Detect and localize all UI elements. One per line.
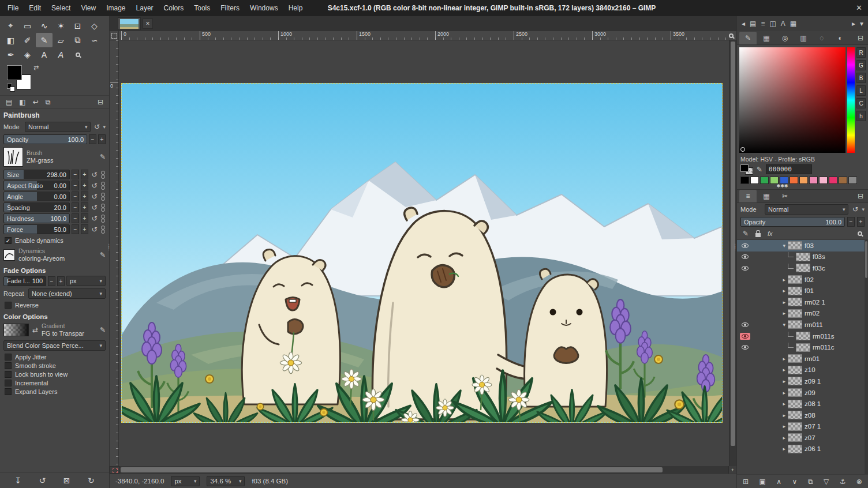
pointer-tab[interactable]: ◌ xyxy=(813,32,830,44)
lock-pixels-icon[interactable]: ✎ xyxy=(743,230,749,238)
palette-swatch[interactable] xyxy=(819,177,828,184)
palette-swatch[interactable] xyxy=(750,177,759,184)
edit-gradient-icon[interactable]: ✎ xyxy=(100,326,106,334)
default-colors-icon[interactable] xyxy=(7,84,15,91)
decrease-button[interactable]: − xyxy=(72,192,79,201)
dock-scroll-left-icon[interactable]: ◂ xyxy=(742,20,745,28)
decrease-button[interactable]: − xyxy=(72,224,79,234)
visibility-toggle[interactable] xyxy=(740,333,750,340)
bucket-fill-tool-icon[interactable]: ◧ xyxy=(2,33,19,47)
paint-dynamics-icon[interactable]: ◧ xyxy=(19,98,25,106)
reset-icon[interactable]: ↺ xyxy=(90,226,99,234)
gradient-reverse-icon[interactable]: ⇄ xyxy=(32,326,38,334)
expander-closed-icon[interactable]: ▸ xyxy=(783,390,787,396)
image-tab-close-button[interactable]: ✕ xyxy=(143,18,153,29)
device-status-tab[interactable]: ▦ xyxy=(758,32,775,44)
delete-tool-preset-button[interactable]: ⊠ xyxy=(63,476,70,485)
fade-unit-dropdown[interactable]: px ▾ xyxy=(66,276,106,286)
expander-closed-icon[interactable]: ▸ xyxy=(783,446,787,452)
layer-row[interactable]: ▸rm02 xyxy=(737,308,868,320)
warp-transform-tool-icon[interactable]: ◈ xyxy=(19,47,36,62)
layer-opacity-decrease-button[interactable]: − xyxy=(847,217,855,227)
alignment-tool-icon[interactable]: ⌖ xyxy=(2,18,19,33)
rectangle-select-tool-icon[interactable]: ▭ xyxy=(19,18,36,33)
palette-swatch[interactable] xyxy=(760,177,769,184)
tool-options-tab-icon[interactable]: ▤ xyxy=(6,98,12,106)
zoom-tool-icon[interactable] xyxy=(69,47,86,62)
reset-icon[interactable]: ↺ xyxy=(90,171,99,179)
channel-button-l[interactable]: L xyxy=(856,85,866,96)
mode-switch-icon[interactable]: ▾ xyxy=(103,124,106,130)
delete-layer-button[interactable]: ⊗ xyxy=(856,478,862,486)
layer-visibility-cell[interactable] xyxy=(738,242,752,249)
blend-color-space-dropdown[interactable]: Blend Color Space Perce... ▾ xyxy=(3,340,106,351)
configure-tab-icon[interactable]: ⊟ xyxy=(855,32,866,44)
layer-row[interactable]: ▸z07 xyxy=(737,432,868,444)
anchor-layer-button[interactable]: ⚓ xyxy=(840,478,846,486)
decrease-button[interactable]: − xyxy=(72,202,79,212)
fade-decrease-button[interactable]: − xyxy=(48,276,55,286)
opacity-decrease-button[interactable]: − xyxy=(89,134,96,144)
fonts-tab-icon[interactable]: A xyxy=(781,20,785,28)
expander-open-icon[interactable]: ▾ xyxy=(783,322,787,328)
raise-layer-button[interactable]: ∧ xyxy=(776,478,781,486)
menu-colors[interactable]: Colors xyxy=(159,0,189,16)
panel-resize-grip[interactable]: ⋮⋮ xyxy=(106,245,110,249)
images-list-icon[interactable]: ⧉ xyxy=(46,98,51,106)
checkbox-icon[interactable] xyxy=(5,380,12,386)
link-icon[interactable] xyxy=(100,204,106,212)
ruler-corner-button[interactable] xyxy=(110,31,119,40)
expander-closed-icon[interactable]: ▸ xyxy=(783,435,787,441)
layer-visibility-cell[interactable] xyxy=(738,321,752,328)
checkbox-icon[interactable]: ✓ xyxy=(5,237,12,244)
increase-button[interactable]: + xyxy=(81,213,88,223)
reset-mode-icon[interactable]: ↺ xyxy=(92,123,101,131)
dynamics-thumbnail[interactable] xyxy=(3,249,15,261)
layer-row[interactable]: ▸rm02 1 xyxy=(737,296,868,308)
layer-effects-label[interactable]: fx xyxy=(768,230,773,237)
quick-mask-toggle[interactable] xyxy=(110,466,119,474)
checkbox-icon[interactable] xyxy=(5,354,12,361)
layer-row[interactable]: ▸z07 1 xyxy=(737,421,868,433)
menu-edit[interactable]: Edit xyxy=(24,0,46,16)
decrease-button[interactable]: − xyxy=(72,213,79,223)
menu-image[interactable]: Image xyxy=(101,0,130,16)
mini-fg-bg-swatch[interactable] xyxy=(740,164,753,174)
visibility-toggle[interactable] xyxy=(740,253,750,260)
horizontal-scrollbar-thumb[interactable] xyxy=(121,467,663,472)
edit-dynamics-icon[interactable]: ✎ xyxy=(100,251,106,259)
smudge-tool-icon[interactable]: ∽ xyxy=(86,33,103,47)
layer-row[interactable]: ▾f03 xyxy=(737,240,868,251)
navigation-button[interactable]: + xyxy=(728,466,736,474)
layer-row[interactable]: f03s xyxy=(737,251,868,263)
zoom-dropdown[interactable]: 34.6 % ▾ xyxy=(207,476,245,486)
channel-button-r[interactable]: R xyxy=(856,47,866,58)
layer-mode-switch-icon[interactable]: ▾ xyxy=(862,207,865,212)
zoom-when-resize-icon[interactable] xyxy=(726,31,736,40)
layer-row[interactable]: ▸z08 1 xyxy=(737,398,868,410)
palette-swatch[interactable] xyxy=(839,177,847,184)
increase-button[interactable]: + xyxy=(81,192,88,201)
save-tool-preset-button[interactable]: ↧ xyxy=(14,476,21,485)
layer-list-scrollbar-thumb[interactable] xyxy=(865,241,867,278)
link-icon[interactable] xyxy=(100,226,106,234)
free-select-tool-icon[interactable]: ∿ xyxy=(36,18,53,33)
merge-down-button[interactable]: ▽ xyxy=(824,478,829,486)
lock-brush-to-view-checkbox[interactable]: Lock brush to view xyxy=(5,371,104,378)
reset-layer-mode-icon[interactable]: ↺ xyxy=(851,205,859,213)
channels-tab[interactable]: ▦ xyxy=(758,190,775,202)
menu-tools[interactable]: Tools xyxy=(189,0,215,16)
hardness-slider[interactable]: Hardness100.0 xyxy=(3,213,70,223)
unified-transform-tool-icon[interactable]: ◇ xyxy=(86,18,103,33)
layers-tab[interactable]: ≡ xyxy=(739,190,757,202)
palette-swatch[interactable] xyxy=(790,177,798,184)
fonts-tool-icon[interactable]: A xyxy=(53,47,69,62)
expander-closed-icon[interactable]: ▸ xyxy=(783,423,787,429)
menu-filters[interactable]: Filters xyxy=(215,0,245,16)
navigation-tab[interactable]: ◎ xyxy=(776,32,794,44)
layers-tab-menu-icon[interactable]: ⊟ xyxy=(855,190,866,202)
layer-row[interactable]: rm011s xyxy=(737,331,868,342)
smooth-stroke-checkbox[interactable]: Smooth stroke xyxy=(5,362,104,369)
enable-dynamics-checkbox[interactable]: ✓Enable dynamics xyxy=(5,237,104,244)
checkbox-icon[interactable] xyxy=(5,388,12,395)
